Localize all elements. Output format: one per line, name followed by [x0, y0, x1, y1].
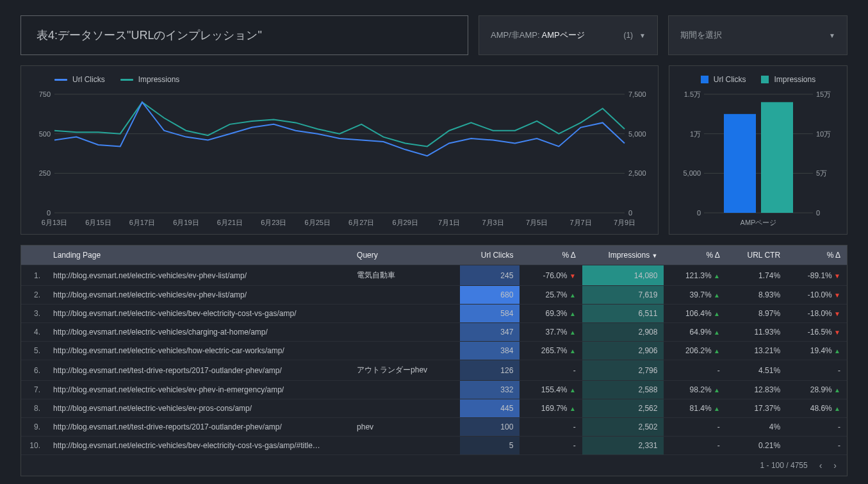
svg-text:6月29日: 6月29日 — [393, 219, 418, 226]
col-7[interactable]: % Δ — [787, 246, 847, 265]
cell-ctr: 13.21% — [726, 342, 787, 360]
svg-text:6月25日: 6月25日 — [305, 219, 331, 226]
bar-legend: Url Clicks Impressions — [677, 75, 839, 84]
svg-text:6月17日: 6月17日 — [129, 219, 155, 226]
svg-text:6月23日: 6月23日 — [261, 219, 286, 226]
cell-clicks-delta: 155.4% ▲ — [520, 381, 582, 399]
svg-text:6月21日: 6月21日 — [217, 219, 243, 226]
cell-clicks-delta: - — [520, 437, 582, 455]
cell-query — [350, 381, 460, 399]
cell-landing-page: http://blog.evsmart.net/electric-vehicle… — [47, 265, 350, 286]
filter-amp-dropdown[interactable]: AMP/非AMP: AMPページ (1) ▼ — [479, 15, 658, 55]
bar-chart-svg: 005,0005万1万10万1.5万15万AMPページ — [677, 88, 837, 229]
cell-query: アウトランダーphev — [350, 360, 460, 381]
cell-query — [350, 399, 460, 418]
cell-ctr: 17.37% — [726, 399, 787, 418]
cell-impr: 6,511 — [582, 305, 664, 323]
cell-ctr-delta: 48.6% ▲ — [787, 399, 847, 418]
cell-ctr-delta: -10.0% ▼ — [787, 286, 847, 305]
cell-landing-page: http://blog.evsmart.net/test-drive-repor… — [47, 360, 350, 381]
cell-impr-delta: 121.3% ▲ — [664, 265, 726, 286]
filter-label: AMP/非AMP: — [491, 30, 540, 40]
cell-ctr: 12.83% — [726, 381, 787, 399]
svg-text:6月15日: 6月15日 — [85, 219, 111, 226]
cell-impr-delta: 81.4% ▲ — [664, 399, 726, 418]
cell-query: phev — [350, 418, 460, 437]
cell-clicks-delta: 25.7% ▲ — [520, 286, 582, 305]
cell-query — [350, 286, 460, 305]
cell-ctr: 11.93% — [726, 323, 787, 342]
cell-query: 電気自動車 — [350, 265, 460, 286]
col-0[interactable]: Landing Page — [47, 246, 350, 265]
legend-impr: Impressions — [138, 75, 180, 84]
table-row[interactable]: 2. http://blog.evsmart.net/electric-vehi… — [21, 286, 847, 305]
legend-swatch-impr — [761, 76, 769, 83]
table-row[interactable]: 10. http://blog.evsmart.net/electric-veh… — [21, 437, 847, 455]
cell-clicks: 245 — [460, 265, 520, 286]
col-6[interactable]: URL CTR — [726, 246, 787, 265]
cell-ctr: 4.51% — [726, 360, 787, 381]
col-3[interactable]: % Δ — [520, 246, 582, 265]
cell-ctr: 8.97% — [726, 305, 787, 323]
svg-text:7月7日: 7月7日 — [569, 219, 591, 226]
svg-text:15万: 15万 — [816, 90, 831, 98]
cell-clicks-delta: - — [520, 418, 582, 437]
pager-next[interactable]: › — [833, 460, 837, 471]
table-row[interactable]: 4. http://blog.evsmart.net/electric-vehi… — [21, 323, 847, 342]
cell-ctr-delta: -18.0% ▼ — [787, 305, 847, 323]
pager-prev[interactable]: ‹ — [819, 460, 823, 471]
svg-text:0: 0 — [697, 209, 701, 217]
col-5[interactable]: % Δ — [664, 246, 726, 265]
table-row[interactable]: 9. http://blog.evsmart.net/test-drive-re… — [21, 418, 847, 437]
page-title: 表4:データソース"URLのインプレッション" — [20, 15, 468, 55]
table-row[interactable]: 8. http://blog.evsmart.net/electric-vehi… — [21, 399, 847, 418]
col-2[interactable]: Url Clicks — [460, 246, 520, 265]
cell-ctr-delta: 19.4% ▲ — [787, 342, 847, 360]
table-row[interactable]: 1. http://blog.evsmart.net/electric-vehi… — [21, 265, 847, 286]
pager: 1 - 100 / 4755 ‹ › — [21, 455, 847, 476]
data-table: Landing PageQueryUrl Clicks% ΔImpression… — [20, 245, 848, 476]
cell-landing-page: http://blog.evsmart.net/electric-vehicle… — [47, 286, 350, 305]
table-row[interactable]: 3. http://blog.evsmart.net/electric-vehi… — [21, 305, 847, 323]
cell-landing-page: http://blog.evsmart.net/electric-vehicle… — [47, 305, 350, 323]
cell-clicks-delta: -76.0% ▼ — [520, 265, 582, 286]
svg-text:5,000: 5,000 — [683, 169, 701, 177]
cell-impr: 2,502 — [582, 418, 664, 437]
cell-landing-page: http://blog.evsmart.net/electric-vehicle… — [47, 399, 350, 418]
svg-text:2,500: 2,500 — [628, 169, 646, 177]
line-legend: Url Clicks Impressions — [29, 75, 650, 84]
cell-landing-page: http://blog.evsmart.net/electric-vehicle… — [47, 437, 350, 455]
cell-clicks: 445 — [460, 399, 520, 418]
col-1[interactable]: Query — [350, 246, 460, 265]
cell-clicks: 347 — [460, 323, 520, 342]
cell-clicks: 384 — [460, 342, 520, 360]
date-range-picker[interactable]: 期間を選択 ▼ — [668, 15, 848, 55]
cell-clicks: 5 — [460, 437, 520, 455]
line-chart-svg: 002502,5005005,0007507,5006月13日6月15日6月17… — [29, 88, 650, 229]
legend-clicks: Url Clicks — [72, 75, 105, 84]
cell-clicks: 584 — [460, 305, 520, 323]
table-row[interactable]: 7. http://blog.evsmart.net/electric-vehi… — [21, 381, 847, 399]
cell-impr: 2,588 — [582, 381, 664, 399]
cell-ctr-delta: - — [787, 360, 847, 381]
cell-impr-delta: 64.9% ▲ — [664, 323, 726, 342]
cell-impr-delta: 39.7% ▲ — [664, 286, 726, 305]
cell-ctr-delta: - — [787, 437, 847, 455]
cell-ctr: 4% — [726, 418, 787, 437]
svg-text:750: 750 — [39, 90, 51, 98]
cell-clicks: 680 — [460, 286, 520, 305]
cell-impr-delta: 106.4% ▲ — [664, 305, 726, 323]
date-label: 期間を選択 — [680, 29, 722, 41]
cell-ctr-delta: 28.9% ▲ — [787, 381, 847, 399]
svg-text:0: 0 — [47, 209, 51, 217]
cell-impr-delta: - — [664, 437, 726, 455]
table-row[interactable]: 6. http://blog.evsmart.net/test-drive-re… — [21, 360, 847, 381]
cell-impr-delta: 206.2% ▲ — [664, 342, 726, 360]
table-row[interactable]: 5. http://blog.evsmart.net/electric-vehi… — [21, 342, 847, 360]
cell-clicks-delta: - — [520, 360, 582, 381]
filter-value: AMPページ — [541, 30, 584, 40]
legend-swatch-clicks — [54, 79, 67, 81]
svg-text:5,000: 5,000 — [628, 130, 646, 138]
col-4[interactable]: Impressions ▼ — [582, 246, 664, 265]
title-text: 表4:データソース"URLのインプレッション" — [37, 29, 262, 42]
